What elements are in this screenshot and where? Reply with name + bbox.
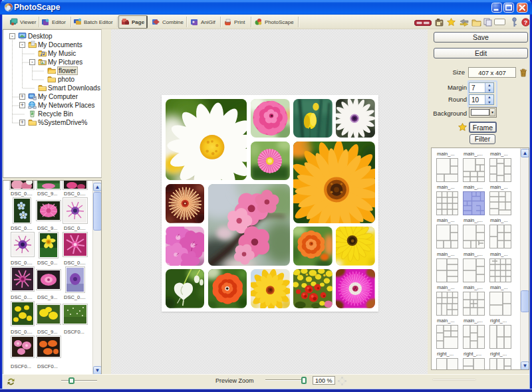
svg-text:?: ?	[524, 19, 528, 26]
